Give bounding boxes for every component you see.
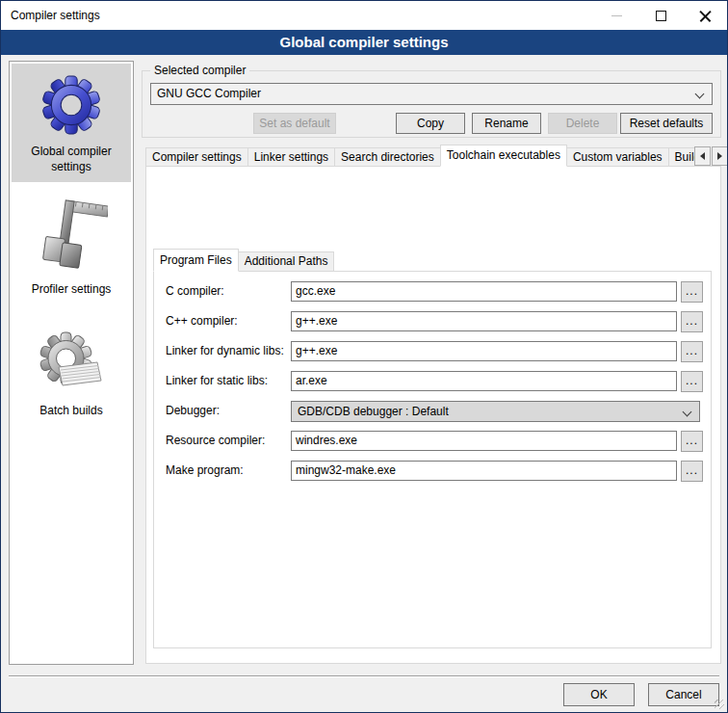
chevron-down-icon xyxy=(683,408,692,417)
settings-tabs: Compiler settings Linker settings Search… xyxy=(145,145,694,167)
sidebar-item-label: Batch builds xyxy=(39,403,102,418)
close-icon xyxy=(699,10,712,22)
copy-button[interactable]: Copy xyxy=(396,113,465,134)
compiler-select[interactable]: GNU GCC Compiler xyxy=(150,83,713,105)
delete-button[interactable]: Delete xyxy=(548,113,617,134)
window-title: Compiler settings xyxy=(1,9,100,22)
tab-linker-settings[interactable]: Linker settings xyxy=(247,147,335,167)
cancel-button[interactable]: Cancel xyxy=(648,683,719,706)
debugger-row: Debugger: GDB/CDB debugger : Default xyxy=(154,401,711,422)
cpp-compiler-input[interactable]: g++.exe xyxy=(291,311,677,331)
tab-scroll-left-button[interactable] xyxy=(694,146,711,166)
c-compiler-browse-button[interactable]: ... xyxy=(681,281,703,303)
minimize-button[interactable] xyxy=(594,1,638,30)
sidebar-item-label: Profiler settings xyxy=(32,281,112,297)
chevron-down-icon xyxy=(695,90,705,99)
tab-additional-paths[interactable]: Additional Paths xyxy=(238,251,335,272)
compiler-actions: Set as default Copy Rename Delete Reset … xyxy=(150,113,713,134)
tab-custom-variables[interactable]: Custom variables xyxy=(566,147,669,167)
sidebar-item-label: Global compiler settings xyxy=(15,144,127,174)
cpp-compiler-row: C++ compiler: g++.exe ... xyxy=(154,311,711,332)
tab-scroll-right-button[interactable] xyxy=(712,146,728,166)
dynamic-linker-input[interactable]: g++.exe xyxy=(291,341,677,361)
dynamic-linker-browse-button[interactable]: ... xyxy=(681,341,703,362)
selected-compiler-legend: Selected compiler xyxy=(150,64,249,77)
settings-category-sidebar: Global compiler settings xyxy=(9,61,134,665)
make-program-browse-button[interactable]: ... xyxy=(681,461,703,482)
make-program-input[interactable]: mingw32-make.exe xyxy=(291,461,677,481)
debugger-select[interactable]: GDB/CDB debugger : Default xyxy=(291,401,700,422)
resource-compiler-row: Resource compiler: windres.exe ... xyxy=(154,431,711,452)
resource-compiler-input[interactable]: windres.exe xyxy=(291,431,677,451)
debugger-label: Debugger: xyxy=(166,404,220,417)
compiler-settings-dialog: Compiler settings Global compiler settin… xyxy=(0,0,728,713)
gray-gear-stack-icon xyxy=(38,330,105,396)
resize-grip[interactable] xyxy=(715,700,724,709)
static-linker-browse-button[interactable]: ... xyxy=(681,371,703,392)
tab-compiler-settings[interactable]: Compiler settings xyxy=(145,147,248,167)
blue-gear-icon xyxy=(39,73,103,137)
compiler-select-value: GNU GCC Compiler xyxy=(157,87,261,100)
cpp-compiler-label: C++ compiler: xyxy=(166,314,238,328)
resource-compiler-label: Resource compiler: xyxy=(166,434,265,447)
sidebar-item-batch-builds[interactable]: Batch builds xyxy=(12,321,131,426)
arrow-right-icon xyxy=(717,152,722,160)
static-linker-input[interactable]: ar.exe xyxy=(291,371,677,391)
tab-build-options[interactable]: Build options xyxy=(668,147,694,167)
set-as-default-button[interactable]: Set as default xyxy=(253,113,336,134)
minimize-icon xyxy=(611,15,622,16)
c-compiler-row: C compiler: gcc.exe ... xyxy=(154,281,711,303)
window-controls xyxy=(594,1,727,30)
tab-search-directories[interactable]: Search directories xyxy=(334,147,441,167)
debugger-select-value: GDB/CDB debugger : Default xyxy=(298,405,449,418)
make-program-row: Make program: mingw32-make.exe ... xyxy=(154,461,711,482)
tab-scrollers xyxy=(693,146,728,166)
caliper-icon xyxy=(35,199,108,275)
sidebar-item-profiler-settings[interactable]: Profiler settings xyxy=(12,190,131,304)
cpp-compiler-browse-button[interactable]: ... xyxy=(681,311,703,332)
maximize-icon xyxy=(656,11,666,21)
dynamic-linker-row: Linker for dynamic libs: g++.exe ... xyxy=(154,341,711,362)
ok-button[interactable]: OK xyxy=(563,683,635,706)
program-files-panel: C compiler: gcc.exe ... C++ compiler: g+… xyxy=(153,271,712,648)
static-linker-row: Linker for static libs: ar.exe ... xyxy=(154,371,711,392)
tab-program-files[interactable]: Program Files xyxy=(153,249,239,272)
dynamic-linker-label: Linker for dynamic libs: xyxy=(166,344,284,357)
rename-button[interactable]: Rename xyxy=(472,113,541,134)
static-linker-label: Linker for static libs: xyxy=(166,374,268,387)
arrow-left-icon xyxy=(700,152,705,160)
resource-compiler-browse-button[interactable]: ... xyxy=(681,431,703,452)
c-compiler-input[interactable]: gcc.exe xyxy=(291,281,677,302)
selected-compiler-group: Selected compiler GNU GCC Compiler Set a… xyxy=(142,70,721,138)
maximize-button[interactable] xyxy=(638,1,683,30)
footer-divider xyxy=(9,675,719,677)
make-program-label: Make program: xyxy=(166,463,244,477)
reset-defaults-button[interactable]: Reset defaults xyxy=(620,113,713,134)
program-tabs: Program Files Additional Paths xyxy=(153,249,333,272)
tab-toolchain-executables[interactable]: Toolchain executables xyxy=(440,145,567,167)
c-compiler-label: C compiler: xyxy=(166,284,224,298)
titlebar: Compiler settings xyxy=(1,1,727,30)
sidebar-item-global-compiler-settings[interactable]: Global compiler settings xyxy=(12,64,131,182)
close-button[interactable] xyxy=(683,1,727,30)
page-title: Global compiler settings xyxy=(1,30,727,55)
